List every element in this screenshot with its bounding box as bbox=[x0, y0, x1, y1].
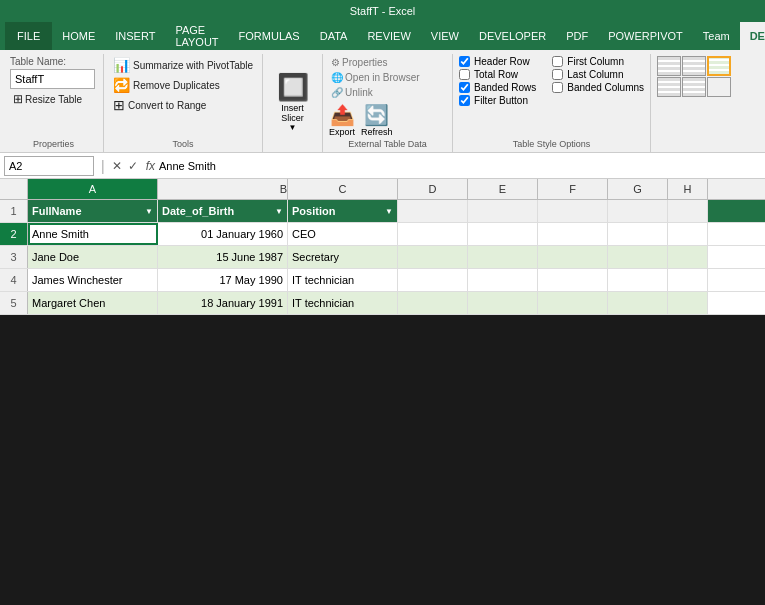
name-box[interactable]: A2 bbox=[4, 156, 94, 176]
dob-dropdown-arrow[interactable]: ▼ bbox=[275, 207, 283, 216]
cell-f1[interactable] bbox=[538, 200, 608, 222]
filter-button-checkbox[interactable] bbox=[459, 95, 470, 106]
cell-f3[interactable] bbox=[538, 246, 608, 268]
properties-button[interactable]: ⚙ Properties bbox=[329, 56, 390, 69]
cell-c2[interactable]: CEO bbox=[288, 223, 398, 245]
cell-g4[interactable] bbox=[608, 269, 668, 291]
cell-h1[interactable] bbox=[668, 200, 708, 222]
cell-f4[interactable] bbox=[538, 269, 608, 291]
fullname-dropdown-arrow[interactable]: ▼ bbox=[145, 207, 153, 216]
cell-h3[interactable] bbox=[668, 246, 708, 268]
cell-f5[interactable] bbox=[538, 292, 608, 314]
tab-file[interactable]: FILE bbox=[5, 22, 52, 50]
row-num-2[interactable]: 2 bbox=[0, 223, 28, 245]
cell-d2[interactable] bbox=[398, 223, 468, 245]
col-header-c[interactable]: C bbox=[288, 179, 398, 199]
cell-d3[interactable] bbox=[398, 246, 468, 268]
cell-h2[interactable] bbox=[668, 223, 708, 245]
row-num-3[interactable]: 3 bbox=[0, 246, 28, 268]
total-row-checkbox[interactable] bbox=[459, 69, 470, 80]
filter-button-option[interactable]: Filter Button bbox=[459, 95, 528, 106]
refresh-button[interactable]: 🔄 Refresh bbox=[361, 103, 393, 137]
resize-table-button[interactable]: ⊞ Resize Table bbox=[10, 91, 85, 107]
unlink-button[interactable]: 🔗 Unlink bbox=[329, 86, 375, 99]
confirm-formula-button[interactable]: ✓ bbox=[126, 159, 140, 173]
cell-e1[interactable] bbox=[468, 200, 538, 222]
banded-columns-checkbox[interactable] bbox=[552, 82, 563, 93]
open-browser-button[interactable]: 🌐 Open in Browser bbox=[329, 71, 421, 84]
insert-slicer-button[interactable]: 🔲 InsertSlicer ▼ bbox=[273, 68, 313, 136]
cell-d1[interactable] bbox=[398, 200, 468, 222]
col-header-f[interactable]: F bbox=[538, 179, 608, 199]
cell-c3[interactable]: Secretary bbox=[288, 246, 398, 268]
header-row-checkbox[interactable] bbox=[459, 56, 470, 67]
first-column-option[interactable]: First Column bbox=[552, 56, 644, 67]
cell-a2[interactable]: Anne Smith bbox=[28, 223, 158, 245]
tab-insert[interactable]: INSERT bbox=[105, 22, 165, 50]
tab-powerpivot[interactable]: POWERPIVOT bbox=[598, 22, 693, 50]
cell-e4[interactable] bbox=[468, 269, 538, 291]
cell-g1[interactable] bbox=[608, 200, 668, 222]
cell-b5[interactable]: 18 January 1991 bbox=[158, 292, 288, 314]
banded-columns-option[interactable]: Banded Columns bbox=[552, 82, 644, 93]
col-header-d[interactable]: D bbox=[398, 179, 468, 199]
table-name-input[interactable] bbox=[10, 69, 95, 89]
tab-page-layout[interactable]: PAGE LAYOUT bbox=[165, 22, 228, 50]
style-swatch-5[interactable] bbox=[682, 77, 706, 97]
cell-h4[interactable] bbox=[668, 269, 708, 291]
tab-data[interactable]: DATA bbox=[310, 22, 358, 50]
cell-c4[interactable]: IT technician bbox=[288, 269, 398, 291]
tab-view[interactable]: VIEW bbox=[421, 22, 469, 50]
cell-e2[interactable] bbox=[468, 223, 538, 245]
col-header-g[interactable]: G bbox=[608, 179, 668, 199]
col-header-a[interactable]: A bbox=[28, 179, 158, 199]
cell-h5[interactable] bbox=[668, 292, 708, 314]
cell-a5[interactable]: Margaret Chen bbox=[28, 292, 158, 314]
tab-design[interactable]: DESIGN bbox=[740, 22, 765, 50]
last-column-checkbox[interactable] bbox=[552, 69, 563, 80]
cell-b4[interactable]: 17 May 1990 bbox=[158, 269, 288, 291]
row-num-5[interactable]: 5 bbox=[0, 292, 28, 314]
style-swatch-1[interactable] bbox=[657, 56, 681, 76]
tab-formulas[interactable]: FORMULAS bbox=[229, 22, 310, 50]
remove-duplicates-button[interactable]: 🔁 Remove Duplicates bbox=[110, 76, 223, 94]
cell-b2[interactable]: 01 January 1960 bbox=[158, 223, 288, 245]
tab-home[interactable]: HOME bbox=[52, 22, 105, 50]
col-header-h[interactable]: H bbox=[668, 179, 708, 199]
cell-b1[interactable]: Date_of_Birth ▼ bbox=[158, 200, 288, 222]
first-column-checkbox[interactable] bbox=[552, 56, 563, 67]
cell-e3[interactable] bbox=[468, 246, 538, 268]
cell-a3[interactable]: Jane Doe bbox=[28, 246, 158, 268]
tab-pdf[interactable]: PDF bbox=[556, 22, 598, 50]
tab-review[interactable]: REVIEW bbox=[357, 22, 420, 50]
cell-d4[interactable] bbox=[398, 269, 468, 291]
cell-g5[interactable] bbox=[608, 292, 668, 314]
cancel-formula-button[interactable]: ✕ bbox=[110, 159, 124, 173]
tab-developer[interactable]: DEVELOPER bbox=[469, 22, 556, 50]
row-num-1[interactable]: 1 bbox=[0, 200, 28, 222]
col-header-e[interactable]: E bbox=[468, 179, 538, 199]
cell-c1[interactable]: Position ▼ bbox=[288, 200, 398, 222]
last-column-option[interactable]: Last Column bbox=[552, 69, 644, 80]
cell-g3[interactable] bbox=[608, 246, 668, 268]
style-swatch-3[interactable] bbox=[707, 56, 731, 76]
cell-c5[interactable]: IT technician bbox=[288, 292, 398, 314]
convert-to-range-button[interactable]: ⊞ Convert to Range bbox=[110, 96, 209, 114]
position-dropdown-arrow[interactable]: ▼ bbox=[385, 207, 393, 216]
banded-rows-option[interactable]: Banded Rows bbox=[459, 82, 536, 93]
style-swatch-4[interactable] bbox=[657, 77, 681, 97]
tab-team[interactable]: Team bbox=[693, 22, 740, 50]
export-button[interactable]: 📤 Export bbox=[329, 103, 355, 137]
cell-a1[interactable]: FullName ▼ bbox=[28, 200, 158, 222]
style-swatch-2[interactable] bbox=[682, 56, 706, 76]
banded-rows-checkbox[interactable] bbox=[459, 82, 470, 93]
style-swatch-6[interactable] bbox=[707, 77, 731, 97]
summarize-pivottable-button[interactable]: 📊 Summarize with PivotTable bbox=[110, 56, 256, 74]
header-row-option[interactable]: Header Row bbox=[459, 56, 536, 67]
cell-d5[interactable] bbox=[398, 292, 468, 314]
col-header-b[interactable]: B bbox=[158, 179, 288, 199]
cell-f2[interactable] bbox=[538, 223, 608, 245]
cell-g2[interactable] bbox=[608, 223, 668, 245]
cell-a4[interactable]: James Winchester bbox=[28, 269, 158, 291]
total-row-option[interactable]: Total Row bbox=[459, 69, 536, 80]
